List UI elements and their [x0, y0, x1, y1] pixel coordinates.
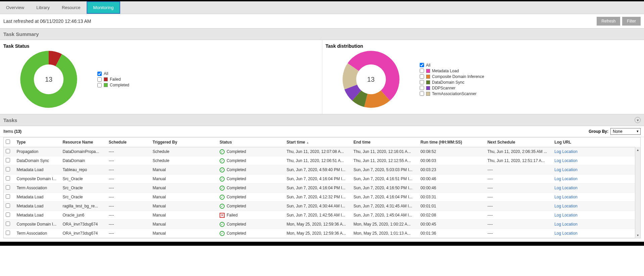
refresh-row: Last refreshed at 06/11/2020 12:46:13 AM… — [0, 14, 644, 28]
legend-item[interactable]: Failed — [97, 77, 129, 82]
row-checkbox[interactable] — [6, 231, 10, 235]
column-header[interactable]: Status — [218, 137, 284, 147]
cell-status: ✓Completed — [218, 174, 284, 184]
table-row[interactable]: PropagationDataDomainPropa...----Schedul… — [4, 147, 640, 156]
table-row[interactable]: DataDomain SyncDataDomain----Schedule✓Co… — [4, 156, 640, 165]
table-row[interactable]: Metadata LoadOracle_jun6----Manual✕Faile… — [4, 211, 640, 220]
row-checkbox[interactable] — [6, 222, 10, 226]
sort-asc-icon: ▲ — [306, 141, 309, 144]
table-row[interactable]: Metadata Loadragilla_test_bg_re...----Ma… — [4, 202, 640, 211]
cell-resource: DataDomainPropa... — [61, 147, 107, 156]
table-row[interactable]: Composite Domain I...Src_Oracle----Manua… — [4, 174, 640, 184]
legend-item[interactable]: DDPScanner — [420, 86, 484, 90]
legend-checkbox[interactable] — [420, 69, 424, 73]
cell-log: Log Location — [552, 220, 640, 229]
select-all-checkbox[interactable] — [6, 140, 10, 144]
log-location-link[interactable]: Log Location — [554, 195, 578, 199]
cell-checkbox — [4, 184, 14, 193]
refresh-button[interactable]: Refresh — [597, 17, 620, 26]
legend-checkbox[interactable] — [420, 74, 424, 79]
cell-status: ✓Completed — [218, 220, 284, 229]
legend-item[interactable]: TermAssociationScanner — [420, 91, 484, 96]
legend-item[interactable]: DataDomain Sync — [420, 80, 484, 85]
column-header[interactable]: Run time (HH:MM:SS) — [418, 137, 485, 147]
row-checkbox[interactable] — [6, 194, 10, 199]
table-row[interactable]: Term AssociationSrc_Oracle----Manual✓Com… — [4, 184, 640, 193]
legend-all[interactable]: All — [420, 63, 484, 68]
section-task-summary: Task Summary — [0, 28, 644, 40]
column-header[interactable] — [4, 137, 14, 147]
cell-checkbox — [4, 229, 14, 238]
legend-all-checkbox[interactable] — [97, 72, 102, 76]
log-location-link[interactable]: Log Location — [554, 149, 578, 154]
table-row[interactable]: Metadata LoadSrc_Oracle----Manual✓Comple… — [4, 193, 640, 202]
cell-runtime: 00:00:46 — [418, 184, 485, 193]
log-location-link[interactable]: Log Location — [554, 158, 578, 163]
cell-log: Log Location — [552, 165, 640, 174]
column-header[interactable]: Triggered By — [151, 137, 218, 147]
scroll-up-icon[interactable]: ▴ — [637, 147, 639, 153]
tab-monitoring[interactable]: Monitoring — [87, 1, 121, 14]
collapse-icon[interactable]: ▾ — [635, 117, 641, 123]
table-scrollbar[interactable]: ▴ ▾ — [635, 147, 640, 238]
cell-status: ✓Completed — [218, 202, 284, 211]
filter-button[interactable]: Filter — [622, 17, 641, 26]
row-checkbox[interactable] — [6, 167, 10, 171]
table-row[interactable]: Metadata LoadTableau_repo----Manual✓Comp… — [4, 165, 640, 174]
cell-start: Sun, Jun 7, 2020, 1:42:56 AM I... — [284, 211, 351, 220]
group-by-label: Group By: — [589, 129, 608, 134]
cell-log: Log Location — [552, 202, 640, 211]
log-location-link[interactable]: Log Location — [554, 176, 578, 181]
cell-triggered: Manual — [151, 211, 218, 220]
main-tabs: OverviewLibraryResourceMonitoring — [0, 1, 644, 14]
legend-checkbox[interactable] — [420, 80, 424, 84]
legend-swatch — [426, 80, 430, 84]
task-distribution-donut: 13 — [342, 51, 400, 108]
legend-item[interactable]: Completed — [97, 83, 129, 87]
legend-checkbox[interactable] — [97, 77, 102, 82]
table-body: PropagationDataDomainPropa...----Schedul… — [4, 147, 640, 238]
log-location-link[interactable]: Log Location — [554, 186, 578, 190]
legend-item[interactable]: Metadata Load — [420, 69, 484, 73]
table-row[interactable]: Term AssociationORA_invr73dsg674----Manu… — [4, 229, 640, 238]
legend-all-checkbox[interactable] — [420, 63, 424, 67]
legend-label: TermAssociationScanner — [432, 91, 477, 96]
column-header[interactable]: Start time▲ — [284, 137, 351, 147]
legend-checkbox[interactable] — [97, 83, 102, 87]
row-checkbox[interactable] — [6, 212, 10, 217]
log-location-link[interactable]: Log Location — [554, 231, 578, 236]
legend-all[interactable]: All — [97, 71, 129, 76]
row-checkbox[interactable] — [6, 185, 10, 190]
cell-start: Sun, Jun 7, 2020, 4:16:04 PM I... — [284, 184, 351, 193]
column-header[interactable]: Next Schedule — [486, 137, 552, 147]
log-location-link[interactable]: Log Location — [554, 167, 578, 172]
table-row[interactable]: Composite Domain I...ORA_invr73dsg674---… — [4, 220, 640, 229]
row-checkbox[interactable] — [6, 203, 10, 208]
cell-status: ✓Completed — [218, 156, 284, 165]
status-text: Completed — [227, 167, 246, 172]
column-header[interactable]: End time — [352, 137, 418, 147]
log-location-link[interactable]: Log Location — [554, 222, 578, 227]
legend-item[interactable]: Composite Domain Inference — [420, 74, 484, 79]
legend-checkbox[interactable] — [420, 91, 424, 96]
log-location-link[interactable]: Log Location — [554, 213, 578, 218]
column-header[interactable]: Schedule — [107, 137, 151, 147]
cell-checkbox — [4, 193, 14, 202]
tab-overview[interactable]: Overview — [0, 1, 30, 14]
row-checkbox[interactable] — [6, 158, 10, 162]
log-location-link[interactable]: Log Location — [554, 204, 578, 208]
row-checkbox[interactable] — [6, 176, 10, 181]
tab-library[interactable]: Library — [30, 1, 56, 14]
column-header[interactable]: Log URL — [552, 137, 640, 147]
cell-status: ✓Completed — [218, 229, 284, 238]
tab-resource[interactable]: Resource — [56, 1, 87, 14]
column-header[interactable]: Type — [14, 137, 60, 147]
row-checkbox[interactable] — [6, 149, 10, 153]
cell-type: Metadata Load — [14, 202, 60, 211]
group-by-select[interactable]: None — [610, 128, 641, 135]
scroll-down-icon[interactable]: ▾ — [637, 232, 639, 238]
legend-checkbox[interactable] — [420, 86, 424, 90]
cell-type: Metadata Load — [14, 193, 60, 202]
column-header[interactable]: Resource Name — [61, 137, 107, 147]
cell-type: DataDomain Sync — [14, 156, 60, 165]
